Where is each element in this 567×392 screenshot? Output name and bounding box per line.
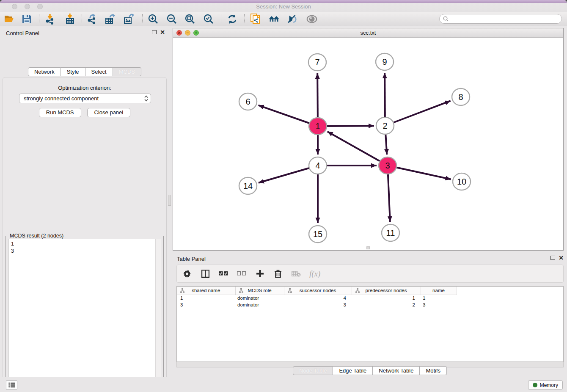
settings-gear-icon[interactable] (182, 269, 192, 279)
import-network-icon[interactable] (45, 14, 56, 25)
graph-node-label-10: 10 (457, 177, 466, 186)
export-table-icon[interactable] (105, 14, 116, 25)
table-tab-node-table[interactable]: Node Table (293, 366, 333, 375)
tab-network[interactable]: Network (28, 67, 61, 76)
optimization-criterion-select[interactable]: strongly connected component (19, 94, 151, 103)
mcds-result-list[interactable]: 1 3 (8, 239, 161, 392)
graph-node-label-15: 15 (313, 229, 322, 239)
table-cell[interactable]: dominator (235, 295, 284, 301)
column-header-MCDS-role[interactable]: MCDS role (235, 287, 284, 295)
close-panel-icon[interactable]: ✕ (160, 30, 165, 35)
network-view-window: ✕ − + scc.txt 7968124314101511 (173, 28, 564, 251)
zoom-in-icon[interactable] (148, 14, 159, 25)
save-session-icon[interactable] (21, 14, 32, 25)
table-tab-edge-table[interactable]: Edge Table (333, 366, 373, 375)
table-tab-motifs[interactable]: Motifs (420, 366, 447, 375)
status-bar: Memory (0, 377, 567, 392)
table-cell[interactable]: dominator (235, 301, 284, 308)
table-cell[interactable]: 3 (284, 301, 352, 308)
mcds-panel: Optimization criterion: strongly connect… (3, 77, 167, 392)
network-canvas[interactable]: 7968124314101511 (173, 38, 563, 250)
panel-splitter-handle[interactable] (168, 195, 171, 206)
deselect-all-icon[interactable] (237, 269, 247, 279)
table-cell[interactable]: 4 (284, 295, 352, 301)
float-table-panel-icon[interactable] (550, 256, 555, 260)
zoom-fit-icon[interactable] (184, 14, 195, 25)
search-field[interactable] (439, 14, 562, 24)
table-row-1[interactable]: 1dominator411 (177, 295, 564, 301)
table-panel-title: Table Panel (177, 256, 206, 262)
tab-mcds[interactable]: MCDS (113, 67, 141, 76)
table-cell[interactable]: 1 (421, 295, 457, 301)
task-history-button[interactable] (6, 380, 17, 390)
window-title: Session: New Session (0, 3, 567, 10)
run-mcds-button[interactable]: Run MCDS (39, 108, 81, 117)
table-row-2[interactable]: 3dominator323 (177, 301, 564, 308)
result-scrollbar[interactable] (155, 239, 161, 392)
float-panel-icon[interactable] (152, 30, 157, 34)
add-column-icon[interactable] (255, 269, 265, 279)
column-header-shared-name[interactable]: shared name (177, 287, 235, 295)
apply-layout-icon[interactable] (227, 14, 238, 25)
table-tabs: Node TableEdge TableNetwork TableMotifs (173, 366, 567, 375)
application-window: Session: New Session (0, 0, 567, 392)
network-view-title: scc.txt (173, 30, 563, 36)
graph-edge-3-10[interactable] (388, 166, 451, 179)
zoom-selected-icon[interactable] (203, 14, 214, 25)
delete-column-icon[interactable] (273, 269, 283, 279)
graph-node-label-1: 1 (315, 121, 320, 131)
network-window-titlebar[interactable]: ✕ − + scc.txt (173, 28, 563, 38)
show-panel-icon[interactable] (306, 14, 317, 25)
graph-node-label-7: 7 (315, 58, 319, 67)
import-table-icon[interactable] (65, 14, 76, 25)
graph-edge-2-8[interactable] (385, 101, 451, 126)
table-cell[interactable]: 3 (421, 301, 457, 308)
table-cell[interactable]: 2 (352, 301, 421, 308)
optimization-criterion-label: Optimization criterion: (3, 85, 166, 91)
node-table[interactable]: shared nameMCDS rolesuccessor nodesprede… (176, 286, 564, 362)
table-cell[interactable]: 3 (177, 301, 235, 308)
graph-node-label-9: 9 (382, 57, 387, 66)
column-header-empty (457, 287, 564, 295)
graph-edge-3-1[interactable] (328, 132, 388, 166)
main-toolbar (0, 12, 567, 26)
new-network-icon[interactable] (250, 14, 261, 25)
mcds-result-group: MCDS result (2 nodes) 1 3 (6, 236, 164, 392)
graph-node-label-8: 8 (458, 92, 463, 102)
search-input[interactable] (451, 16, 558, 22)
memory-button[interactable]: Memory (528, 380, 563, 390)
graph-node-label-6: 6 (245, 97, 250, 106)
task-list-icon (8, 382, 15, 388)
graph-node-label-11: 11 (386, 228, 395, 237)
titlebar-accent-strip (0, 0, 567, 3)
delete-table-icon (291, 269, 301, 279)
close-table-panel-icon[interactable]: ✕ (559, 255, 564, 260)
column-header-name[interactable]: name (421, 287, 457, 295)
open-session-icon[interactable] (4, 14, 15, 25)
memory-label: Memory (540, 382, 558, 388)
table-cell[interactable]: 1 (352, 295, 421, 301)
tab-style[interactable]: Style (61, 67, 85, 76)
column-header-successor-nodes[interactable]: successor nodes (284, 287, 352, 295)
export-network-icon[interactable] (87, 14, 98, 25)
column-chooser-icon[interactable] (200, 269, 210, 279)
close-panel-button[interactable]: Close panel (87, 108, 131, 117)
select-all-icon[interactable] (218, 269, 228, 279)
graph-edge-1-6[interactable] (259, 105, 318, 126)
memory-status-icon (533, 383, 537, 387)
zoom-out-icon[interactable] (166, 14, 177, 25)
table-cell[interactable]: 1 (177, 295, 235, 301)
export-image-icon[interactable] (124, 14, 135, 25)
canvas-resize-handle[interactable] (366, 246, 370, 249)
hide-panel-icon[interactable] (287, 14, 298, 25)
column-header-predecessor-nodes[interactable]: predecessor nodes (352, 287, 421, 295)
tab-select[interactable]: Select (85, 67, 113, 76)
graph-node-label-2: 2 (383, 121, 387, 130)
network-graph: 7968124314101511 (173, 38, 563, 250)
table-tab-network-table[interactable]: Network Table (373, 366, 420, 375)
graph-node-label-14: 14 (243, 181, 253, 190)
graph-node-label-4: 4 (315, 161, 320, 170)
mcds-result-values: 1 3 (11, 241, 14, 254)
table-toolbar: f(x) (176, 265, 564, 283)
home-icon[interactable] (269, 14, 280, 25)
